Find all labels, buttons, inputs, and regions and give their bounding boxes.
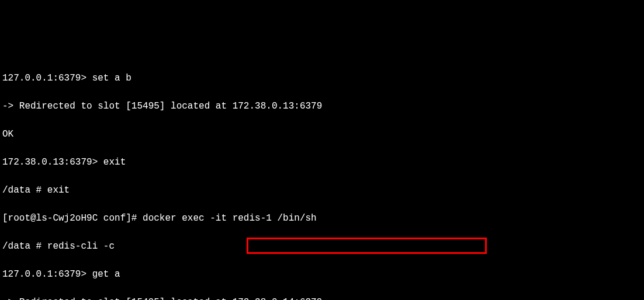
terminal-line: -> Redirected to slot [15495] located at…	[2, 99, 642, 113]
terminal-line: 172.38.0.13:6379> exit	[2, 155, 642, 169]
terminal-line: -> Redirected to slot [15495] located at…	[2, 295, 642, 300]
terminal-line: 127.0.0.1:6379> set a b	[2, 71, 642, 85]
terminal-line: OK	[2, 127, 642, 141]
terminal-line: [root@ls-Cwj2oH9C conf]# docker exec -it…	[2, 211, 642, 225]
terminal-line: 127.0.0.1:6379> get a	[2, 267, 642, 281]
terminal-window[interactable]: 127.0.0.1:6379> set a b -> Redirected to…	[2, 57, 642, 300]
terminal-line: /data # redis-cli -c	[2, 239, 642, 253]
terminal-line: /data # exit	[2, 183, 642, 197]
